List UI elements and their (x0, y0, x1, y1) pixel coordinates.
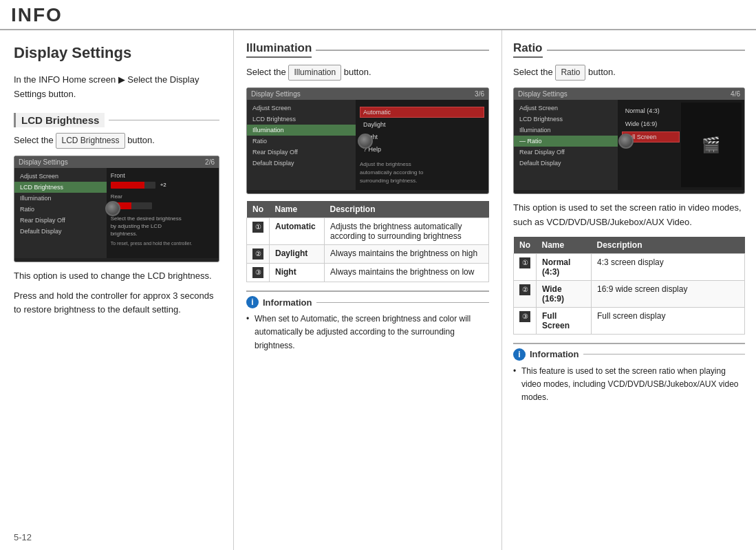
lcd-ss-desc: Select the desired brightnessby adjustin… (111, 215, 215, 238)
ratio-ss-page: 4/6 (731, 90, 740, 98)
ratio-desc1: This option is used to set the screen ra… (513, 201, 745, 230)
lcd-ss-right: Front +2 Rear Select the desired brightn… (107, 168, 219, 258)
header-title: INFO (11, 4, 63, 25)
illum-screenshot: Display Settings 3/6 Adjust Screen LCD B… (246, 87, 489, 194)
lcd-bar-row-1: +2 (111, 182, 215, 189)
table-row: ③ Full Screen Full screen display (514, 307, 745, 334)
mid-column: Illumination Select the Illumination but… (234, 30, 502, 550)
ratio-ss-illum: Illumination (514, 125, 618, 136)
illum-th-no: No (247, 201, 270, 218)
lcd-ss-body: Adjust Screen LCD Brightness Illuminatio… (14, 168, 219, 258)
illum-info-box: i Information When set to Automatic, the… (246, 290, 489, 352)
ratio-info-title: Information (530, 349, 579, 359)
lcd-ss-front-label: Front (111, 172, 215, 179)
ratio-th-no: No (514, 237, 537, 254)
intro-text: In the INFO Home screen ▶ Select the Dis… (14, 73, 219, 102)
lcd-brightness-heading: LCD Brightness (14, 113, 219, 127)
illum-info-line (316, 302, 490, 303)
illum-heading: Illumination (246, 41, 489, 58)
illum-select-post: button. (344, 67, 371, 77)
lcd-ss-page: 2/6 (205, 158, 215, 166)
ratio-info-bullet-1: This feature is used to set the screen r… (513, 365, 745, 405)
ss-menu-adjust: Adjust Screen (14, 171, 107, 182)
lcd-screenshot: Display Settings 2/6 Adjust Screen LCD B… (14, 156, 219, 262)
illum-num2: ② (252, 248, 263, 260)
ss-menu-illum: Illumination (14, 193, 107, 204)
illum-row2-no: ② (247, 245, 270, 264)
ratio-button-label[interactable]: Ratio (555, 65, 585, 81)
lcd-ss-header: Display Settings 2/6 (14, 156, 219, 168)
illum-heading-line (316, 50, 489, 51)
ratio-row2-name: Wide (16:9) (537, 280, 592, 307)
lcd-ss-title: Display Settings (19, 158, 68, 166)
lcd-ss-hint: To reset, press and hold the controller. (111, 241, 215, 246)
film-icon: 🎬 (702, 136, 720, 154)
main-content: Display Settings In the INFO Home screen… (0, 30, 756, 550)
illum-ss-knob (358, 134, 373, 149)
illum-row1-no: ① (247, 218, 270, 245)
illum-opt-help: ? Help (360, 144, 484, 155)
illum-row3-name: Night (270, 264, 325, 282)
ratio-opt-normal: Normal (4:3) (622, 105, 680, 116)
illum-row2-desc: Always maintains the brightness on high (325, 245, 489, 264)
lcd-desc1: This option is used to change the LCD br… (14, 269, 219, 284)
illum-opt-night: Night (360, 131, 484, 142)
illum-table: No Name Description ① Automatic Adjusts … (246, 201, 489, 282)
lcd-select-text: Select the LCD Brightness button. (14, 133, 219, 149)
table-row: ③ Night Always maintains the brightness … (247, 264, 489, 282)
illum-ss-ratio: Ratio (247, 136, 356, 147)
ratio-row2-no: ② (514, 280, 537, 307)
ratio-num3: ③ (519, 311, 530, 322)
lcd-heading-line (109, 120, 219, 120)
ratio-opt-wide: Wide (16:9) (622, 118, 680, 129)
ratio-heading: Ratio (513, 41, 745, 58)
illum-ss-title: Display Settings (251, 90, 301, 98)
ratio-select-pre: Select the (513, 67, 553, 77)
illum-ss-right: Automatic Daylight Night ? Help Adjust t… (356, 100, 488, 190)
ratio-screenshot: Display Settings 4/6 Adjust Screen LCD B… (513, 87, 745, 194)
illum-th-desc: Description (325, 201, 489, 218)
lcd-select-post: button. (127, 135, 155, 145)
lcd-brightness-button-label[interactable]: LCD Brightness (56, 133, 125, 149)
table-row: ② Daylight Always maintains the brightne… (247, 245, 489, 264)
illum-ss-desc: Adjust the brightnessautomatically accor… (360, 160, 484, 185)
ratio-row1-no: ① (514, 253, 537, 280)
illum-options: Automatic Daylight Night ? Help (360, 107, 484, 155)
left-column: Display Settings In the INFO Home screen… (0, 30, 234, 550)
illum-info-title: Information (263, 297, 312, 308)
ratio-ss-right: Normal (4:3) Wide (16:9) Full Screen 🎬 (618, 100, 744, 190)
lcd-brightness-heading-text: LCD Brightness (14, 113, 105, 127)
lcd-desc2: Press and hold the controller for approx… (14, 289, 219, 318)
ratio-ss-menu: Adjust Screen LCD Brightness Illuminatio… (514, 100, 618, 190)
illum-ss-lcd: LCD Brightness (247, 114, 356, 125)
ratio-info-box: i Information This feature is used to se… (513, 343, 745, 405)
lcd-ss-menu: Adjust Screen LCD Brightness Illuminatio… (14, 168, 107, 258)
illum-row2-name: Daylight (270, 245, 325, 264)
illum-ss-default: Default Display (247, 158, 356, 169)
illum-th-name: Name (270, 201, 325, 218)
illum-button-label[interactable]: Illumination (288, 65, 341, 81)
illum-ss-menu: Adjust Screen LCD Brightness Illuminatio… (247, 100, 356, 190)
illum-row3-desc: Always maintains the brightness on low (325, 264, 489, 282)
ratio-table: No Name Description ① Normal (4:3) 4:3 s… (513, 237, 745, 335)
ratio-ss-title: Display Settings (518, 90, 568, 98)
lcd-bar-1 (111, 182, 155, 189)
ratio-info-line (583, 354, 746, 355)
ratio-row3-name: Full Screen (537, 307, 592, 334)
table-row: ② Wide (16:9) 16:9 wide screen display (514, 280, 745, 307)
lcd-ss-rear-label: Rear (111, 193, 215, 200)
ratio-row3-no: ③ (514, 307, 537, 334)
ratio-heading-text: Ratio (513, 41, 543, 58)
lcd-ss-knob (105, 201, 120, 216)
illum-opt-day: Daylight (360, 119, 484, 130)
ss-menu-rear: Rear Display Off (14, 215, 107, 226)
illum-info-bullet-1: When set to Automatic, the screen bright… (246, 313, 489, 352)
ratio-row3-desc: Full screen display (592, 307, 745, 334)
illum-ss-page: 3/6 (475, 90, 484, 98)
illum-row3-no: ③ (247, 264, 270, 282)
illum-select-text: Select the Illumination button. (246, 65, 489, 81)
ss-menu-lcd: LCD Brightness (14, 182, 107, 193)
page-header: INFO (0, 0, 756, 30)
table-row: ① Normal (4:3) 4:3 screen display (514, 253, 745, 280)
ratio-ss-ratio: — Ratio (514, 136, 618, 147)
